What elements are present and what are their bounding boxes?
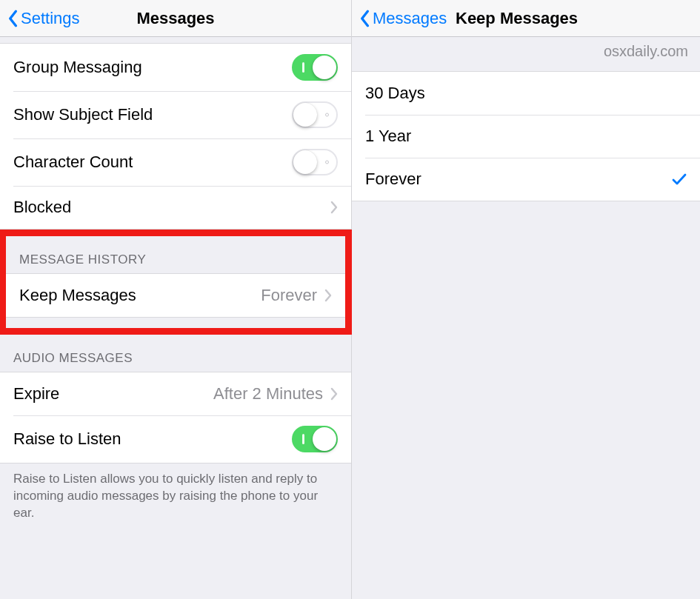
row-expire[interactable]: Expire After 2 Minutes xyxy=(0,372,351,415)
navbar-right: Messages Keep Messages xyxy=(352,0,700,37)
chevron-left-icon xyxy=(359,10,370,27)
row-label: Expire xyxy=(13,384,213,404)
toggle-raise-to-listen[interactable] xyxy=(292,426,338,452)
chevron-right-icon xyxy=(324,289,332,302)
row-label: Keep Messages xyxy=(19,286,261,305)
back-to-settings[interactable]: Settings xyxy=(7,9,80,28)
keep-messages-panel: Messages Keep Messages osxdaily.com 30 D… xyxy=(352,0,700,599)
section-header-audio-messages: AUDIO MESSAGES xyxy=(0,335,351,372)
toggle-show-subject[interactable] xyxy=(292,101,338,128)
back-label: Messages xyxy=(373,9,447,28)
section-footer-audio: Raise to Listen allows you to quickly li… xyxy=(0,464,351,535)
row-show-subject[interactable]: Show Subject Field xyxy=(0,91,351,138)
page-title: Keep Messages xyxy=(456,9,578,28)
option-label: 30 Days xyxy=(365,84,687,103)
settings-group-audio: Expire After 2 Minutes Raise to Listen xyxy=(0,372,351,464)
back-label: Settings xyxy=(21,9,80,28)
row-value: Forever xyxy=(261,286,317,305)
messages-settings-panel: Settings Messages Group Messaging Show S… xyxy=(0,0,352,599)
row-label: Show Subject Field xyxy=(13,105,292,124)
settings-group-general: Group Messaging Show Subject Field Chara… xyxy=(0,43,351,230)
keep-options-group: 30 Days 1 Year Forever xyxy=(352,71,700,201)
option-label: 1 Year xyxy=(365,127,687,146)
chevron-right-icon xyxy=(330,201,338,214)
row-label: Character Count xyxy=(13,153,292,172)
navbar-left: Settings Messages xyxy=(0,0,351,37)
option-label: Forever xyxy=(365,170,672,189)
checkmark-icon xyxy=(672,173,687,186)
row-blocked[interactable]: Blocked xyxy=(0,186,351,229)
row-keep-messages[interactable]: Keep Messages Forever xyxy=(6,274,345,317)
chevron-right-icon xyxy=(330,387,338,401)
row-group-messaging[interactable]: Group Messaging xyxy=(0,44,351,91)
row-raise-to-listen[interactable]: Raise to Listen xyxy=(0,415,351,463)
row-label: Group Messaging xyxy=(13,58,292,77)
watermark-text: osxdaily.com xyxy=(604,43,688,60)
row-character-count[interactable]: Character Count xyxy=(0,138,351,186)
row-value: After 2 Minutes xyxy=(213,384,323,404)
toggle-group-messaging[interactable] xyxy=(292,54,338,81)
option-forever[interactable]: Forever xyxy=(352,158,700,201)
section-header-message-history: MESSAGE HISTORY xyxy=(6,236,345,273)
option-30-days[interactable]: 30 Days xyxy=(352,72,700,115)
row-label: Blocked xyxy=(13,198,330,217)
highlight-box: MESSAGE HISTORY Keep Messages Forever xyxy=(0,230,352,335)
toggle-character-count[interactable] xyxy=(292,149,338,175)
settings-group-history: Keep Messages Forever xyxy=(6,273,345,318)
back-to-messages[interactable]: Messages xyxy=(359,9,447,28)
option-1-year[interactable]: 1 Year xyxy=(352,115,700,158)
chevron-left-icon xyxy=(7,10,18,27)
row-label: Raise to Listen xyxy=(13,429,292,449)
